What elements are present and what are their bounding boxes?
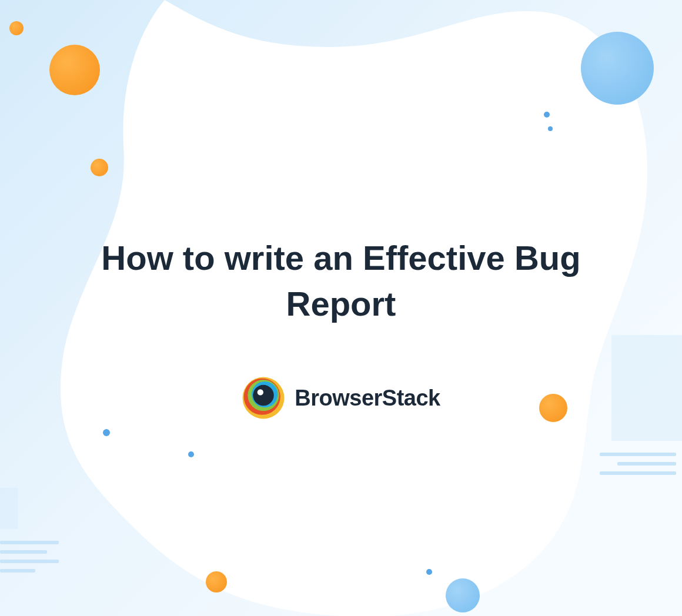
deco-lines-right [600,453,676,475]
title-container: How to write an Effective Bug Report [0,235,682,327]
blue-dot-icon [548,126,553,131]
hero-banner: How to write an Effective Bug Report Bro… [0,0,682,616]
brand-logo: BrowserStack [0,376,682,420]
orange-dot-icon [206,571,227,592]
blue-dot-icon [426,569,432,575]
orange-circle-icon [49,45,100,95]
deco-lines-bottom-left [0,541,59,573]
blue-circle-icon [446,578,480,612]
svg-point-5 [258,389,263,395]
svg-point-4 [253,385,275,406]
orange-dot-icon [91,159,108,176]
brand-name: BrowserStack [295,386,440,411]
blue-circle-icon [581,32,654,105]
blue-dot-icon [188,451,194,457]
page-title: How to write an Effective Bug Report [59,235,623,327]
blue-dot-icon [544,112,550,118]
browserstack-icon [242,376,285,420]
orange-dot-icon [9,21,24,35]
blue-dot-icon [103,429,110,436]
deco-rect-bottom-left [0,488,18,529]
